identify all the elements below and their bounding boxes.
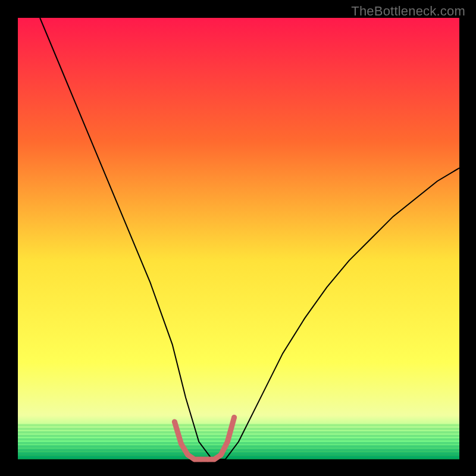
- svg-rect-9: [18, 456, 459, 458]
- svg-point-16: [212, 457, 217, 462]
- bottleneck-chart: [0, 0, 476, 476]
- svg-point-19: [231, 415, 236, 419]
- svg-rect-6: [18, 445, 459, 447]
- svg-point-17: [218, 452, 223, 457]
- svg-rect-4: [18, 438, 459, 440]
- svg-rect-2: [18, 431, 459, 434]
- svg-rect-7: [18, 449, 459, 451]
- svg-rect-1: [18, 428, 459, 430]
- svg-point-15: [205, 457, 210, 462]
- svg-point-18: [225, 439, 230, 444]
- svg-rect-0: [18, 424, 459, 427]
- svg-rect-3: [18, 434, 459, 437]
- watermark-label: TheBottleneck.com: [351, 4, 465, 19]
- svg-point-10: [172, 419, 177, 424]
- svg-point-12: [185, 452, 190, 457]
- svg-point-14: [199, 457, 203, 462]
- svg-point-11: [178, 441, 183, 446]
- svg-rect-8: [18, 452, 459, 455]
- plot-background: [18, 18, 459, 459]
- chart-frame: TheBottleneck.com: [0, 0, 476, 476]
- svg-point-13: [192, 457, 197, 462]
